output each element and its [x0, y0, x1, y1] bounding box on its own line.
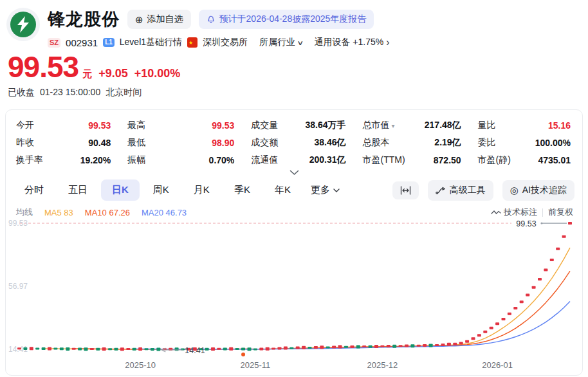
tab-五日[interactable]: 五日 [57, 179, 98, 201]
stat-value: 200.31亿 [309, 154, 346, 166]
stat-value: 99.53 [212, 120, 234, 131]
bell-icon [207, 15, 216, 24]
industry-link[interactable]: 通用设备 +1.75% › [314, 37, 389, 48]
market-status: 已收盘 [8, 87, 35, 98]
stat-cell: 总股本2.19亿 [363, 137, 461, 149]
stat-value: 2.19亿 [434, 137, 461, 149]
tab-月K[interactable]: 月K [183, 179, 221, 201]
tab-周K[interactable]: 周K [142, 179, 180, 201]
tab-日K[interactable]: 日K [101, 179, 140, 201]
tab-季K[interactable]: 季K [223, 179, 261, 201]
timezone: 北京时间 [106, 87, 142, 98]
expand-stats-button[interactable] [6, 169, 582, 177]
stock-name: 锋龙股份 [48, 8, 120, 31]
stat-label: 市盈(静) [478, 154, 511, 166]
daily-candlestick-chart[interactable]: 99.5399.5356.9714.4114.412025-102025-112… [6, 219, 582, 374]
divider [542, 208, 543, 217]
price-adjust-selector[interactable]: 前复权 [548, 207, 573, 218]
stock-meta-row: SZ 002931 L1 Level1基础行情 ★ 深圳交易所 所属行业 ∨ 通… [48, 37, 582, 48]
price-change: +9.05 [98, 67, 128, 80]
china-flag-icon: ★ [187, 37, 198, 48]
stat-label: 成交额 [251, 137, 278, 149]
advanced-tools-icon [436, 186, 446, 195]
ai-tracking-button[interactable]: ◎ AI技术追踪 [502, 180, 574, 201]
stats-grid: 今开99.53最高99.53成交量38.64万手总市值▾217.48亿量比15.… [6, 110, 582, 169]
stat-label: 委比 [478, 137, 496, 149]
level1-label: Level1基础行情 [120, 37, 182, 48]
stock-code: 002931 [66, 37, 98, 48]
stat-label: 成交量 [251, 120, 278, 131]
stat-cell: 换手率19.20% [16, 154, 111, 166]
caret-down-icon: ▾ [392, 122, 395, 129]
stat-value: 100.00% [535, 138, 571, 148]
svg-text:14.41: 14.41 [185, 346, 205, 355]
price-change-percent: +10.00% [134, 67, 181, 80]
stat-cell: 委比100.00% [478, 137, 571, 149]
stat-value: 19.20% [80, 155, 111, 165]
advanced-tools-button[interactable]: 高级工具 [428, 180, 493, 201]
stat-value: 99.53 [88, 120, 111, 131]
svg-text:99.53: 99.53 [516, 219, 536, 228]
chevron-down-icon [333, 188, 340, 192]
plus-circle-icon: ⊕ [135, 15, 143, 24]
stat-value: 872.50 [434, 155, 461, 165]
level1-badge: L1 [103, 38, 115, 47]
stat-label: 市盈(TTM) [363, 154, 405, 166]
quote-card: 今开99.53最高99.53成交量38.64万手总市值▾217.48亿量比15.… [5, 109, 583, 376]
stat-label: 换手率 [16, 154, 43, 166]
chevron-down-icon: ∨ [297, 39, 304, 46]
stat-value: 38.64万手 [306, 120, 346, 131]
stat-cell: 成交量38.64万手 [251, 120, 345, 131]
exchange-name: 深圳交易所 [203, 37, 248, 48]
ma5-legend: MA5 83 [44, 208, 73, 217]
stat-cell: 流通值200.31亿 [251, 154, 345, 166]
svg-text:2025-10: 2025-10 [125, 360, 156, 370]
tab-分时[interactable]: 分时 [14, 179, 55, 201]
ma10-legend: MA10 67.26 [85, 208, 130, 217]
ai-radar-icon: ◎ [510, 185, 519, 195]
svg-text:2025-12: 2025-12 [367, 360, 398, 370]
stat-value: 15.16 [548, 120, 571, 131]
stat-cell: 成交额38.46亿 [251, 137, 345, 149]
stat-label: 昨收 [16, 137, 34, 149]
stat-cell: 量比15.16 [478, 120, 571, 131]
price-unit: 元 [82, 68, 92, 80]
stat-cell[interactable]: 总市值▾217.48亿 [363, 120, 461, 131]
annotation-wave-icon [491, 210, 501, 216]
add-watchlist-button[interactable]: ⊕ 添加自选 [127, 10, 191, 29]
stat-cell: 今开99.53 [16, 120, 111, 131]
stat-label: 最高 [127, 120, 145, 131]
stat-label: 总股本 [363, 137, 390, 149]
stat-cell: 市盈(静)4735.01 [478, 154, 571, 166]
svg-text:2026-01: 2026-01 [482, 360, 513, 370]
current-price: 99.53 [8, 50, 78, 84]
stat-value: 38.46亿 [315, 137, 346, 149]
svg-text:56.97: 56.97 [8, 282, 28, 291]
industry-dropdown[interactable]: 所属行业 ∨ [259, 37, 302, 48]
stock-quote-page: 锋龙股份 ⊕ 添加自选 预计于2026-04-28披露2025年度报告 SZ 0… [0, 0, 588, 377]
chevron-right-icon: › [386, 37, 389, 48]
stat-label: 振幅 [127, 154, 145, 166]
exchange-badge: SZ [48, 38, 60, 48]
more-periods-dropdown[interactable]: 更多 [304, 179, 346, 201]
chart-period-tabbar: 分时五日日K周K月K季K年K 更多 高级工具 [6, 177, 582, 205]
stat-cell: 市盈(TTM)872.50 [363, 154, 461, 166]
stat-cell: 最高99.53 [127, 120, 234, 131]
ma-legend-row: 均线 MA5 83 MA10 67.26 MA20 46.73 技术标注 前复权 [6, 205, 582, 219]
earnings-notice-banner[interactable]: 预计于2026-04-28披露2025年度报告 [199, 10, 374, 29]
stat-value: 0.70% [209, 155, 235, 165]
tech-annotation-toggle[interactable]: 技术标注 [491, 207, 537, 218]
stat-cell: 最低98.90 [127, 137, 234, 149]
fit-width-icon [400, 186, 411, 195]
ma20-legend: MA20 46.73 [142, 208, 187, 217]
stat-label: 流通值 [251, 154, 278, 166]
tab-年K[interactable]: 年K [264, 179, 302, 201]
notice-text: 预计于2026-04-28披露2025年度报告 [219, 14, 367, 25]
stat-label: 最低 [127, 137, 145, 149]
stat-cell: 振幅0.70% [127, 154, 234, 166]
fit-width-button[interactable] [392, 181, 419, 199]
company-logo-icon [10, 12, 36, 37]
chevron-down-icon [289, 170, 299, 176]
ma-caption: 均线 [16, 207, 33, 218]
close-time: 01-23 15:00:00 [40, 87, 100, 98]
